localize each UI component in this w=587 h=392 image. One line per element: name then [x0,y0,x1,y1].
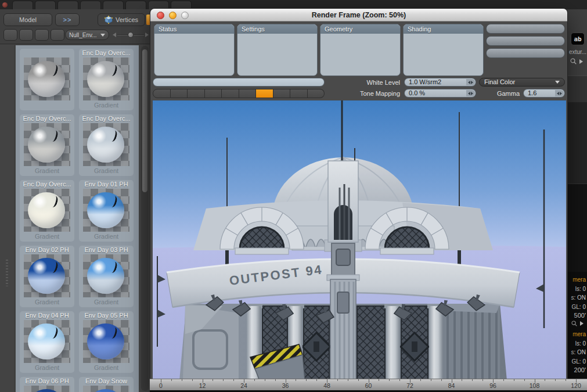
material-item[interactable]: Enc Day Overc... Gradient [79,49,134,110]
ruler-tick [431,379,431,381]
gamma-label: Gamma [474,90,520,97]
material-item[interactable]: Enc Day Overc... Gradient [79,114,134,176]
ab-preset-icon[interactable]: ab [571,33,585,45]
material-item[interactable]: Env Day 05 PH Gradient [79,311,134,373]
model-mode-button[interactable]: Model [3,13,52,26]
material-sphere-preview [28,61,65,97]
app-tab[interactable] [57,1,78,9]
material-item[interactable]: (parent) [20,49,74,110]
timeline-ruler[interactable]: 01224364860728496108120 [150,379,587,392]
right-panel-strip: ab extur... mera ls: 0 s: ON GL: 0 500' … [568,9,587,392]
tone-mapping-field[interactable]: 0.0 % [404,89,476,98]
nav-button[interactable] [3,29,17,41]
app-tab[interactable] [35,1,56,9]
window-action-button[interactable] [486,36,565,46]
white-level-label: White Level [325,79,400,86]
mini-slider-icon[interactable] [466,79,475,85]
nav-button[interactable] [19,29,33,41]
frame-slot[interactable] [308,89,325,98]
frame-slot[interactable] [153,89,171,98]
render-viewport[interactable]: OUTPOST 94 [153,100,566,380]
material-item[interactable]: Env Day 03 PH Gradient [79,246,134,307]
hud-search-row[interactable] [571,321,584,326]
ruler-tick [482,379,483,381]
ruler-label: 84 [448,382,455,389]
frame-slot[interactable] [171,89,188,98]
ruler-tick [472,379,473,381]
white-level-field[interactable]: 1.0 W/srm2 [404,78,476,87]
nav-button[interactable] [51,29,64,41]
ruler-tick [462,379,462,381]
viewport-hud-2: mera ls: 0 s: ON GL: 0 200' [568,330,586,375]
preview-size-slider[interactable] [114,33,147,37]
stats-panel: Status [154,24,235,76]
vertices-mode-button[interactable]: Vertices [98,13,145,26]
material-item[interactable]: Env Day 06 PH Gradient [20,377,74,392]
expand-button[interactable]: >> [55,13,80,26]
mini-slider-icon[interactable] [466,90,475,96]
sidebar-grip-handle[interactable] [6,260,8,286]
material-item[interactable]: Enc Day Overc... Gradient [20,180,74,242]
frame-slot[interactable] [273,89,291,98]
window-title: Render Frame (Zoom: 50%) [150,11,567,19]
material-item-label: Enc Day Overc... [23,114,71,123]
material-thumbnail [24,123,70,166]
frame-slot[interactable] [290,89,308,98]
chevron-down-icon [100,34,105,37]
window-titlebar[interactable]: Render Frame (Zoom: 50%) [150,9,567,21]
sidebar-scrollbar[interactable] [141,46,149,391]
right-strip-mid [568,75,587,102]
frame-slot[interactable] [188,89,205,98]
material-item-label: Enc Day Overc... [82,114,130,123]
ruler-label: 60 [365,382,372,389]
search-row[interactable] [570,58,583,64]
app-tab[interactable] [103,1,124,9]
material-item-label: Env Day Snow [85,377,127,386]
stats-panel-header: Geometry [320,24,400,34]
hud-line: ls: 0 [568,339,586,348]
tone-mapping-label: Tone Mapping [325,90,400,97]
material-sphere-preview [87,323,124,359]
material-thumbnail [24,254,70,297]
material-item[interactable]: Env Day 01 PH Gradient [79,180,134,242]
window-action-button[interactable] [486,48,565,58]
ruler-tick [524,379,525,381]
app-menu-dot[interactable] [2,2,8,8]
material-thumbnail [83,254,129,297]
environment-dropdown-value: Null_Env... [69,32,97,38]
sidebar-scrollbar-thumb[interactable] [142,49,147,192]
app-tab[interactable] [12,1,33,9]
stats-panel-header: Shading [404,24,483,34]
frame-slot[interactable] [222,89,239,98]
timeline-ruler-scale[interactable]: 01224364860728496108120 [150,379,587,390]
frame-slot[interactable] [205,89,222,98]
ruler-tick [348,379,348,381]
material-item[interactable]: Enc Day Overc... Gradient [20,114,74,176]
window-action-button[interactable] [486,24,565,34]
material-item-label: Enc Day Overc... [82,49,130,57]
render-progress-bar [153,78,325,87]
material-item[interactable]: Env Day 02 PH Gradient [20,246,74,307]
material-thumbnail [24,320,70,363]
output-mode-dropdown[interactable]: Final Color [479,78,565,87]
material-item-label: Env Day 03 PH [84,246,128,254]
environment-dropdown[interactable]: Null_Env... [65,30,109,40]
mini-slider-icon[interactable] [555,90,564,96]
nav-button[interactable] [35,29,49,41]
frame-slot[interactable] [256,89,273,98]
gamma-field[interactable]: 1.6 [523,89,565,98]
app-tab[interactable] [125,1,146,9]
frame-slot[interactable] [239,89,257,98]
material-item[interactable]: Env Day Snow Gradient [79,377,134,392]
hud-distance: 500' [568,311,586,321]
ruler-tick [171,379,172,381]
ruler-tick [275,379,276,381]
right-strip-viewport-edge [568,184,587,272]
material-item[interactable]: Env Day 04 PH Gradient [20,311,74,373]
ruler-tick [389,379,390,381]
app-tab[interactable] [80,1,101,9]
slider-max-icon [145,33,149,37]
material-sphere-preview [28,389,65,392]
slider-knob[interactable] [128,32,134,38]
material-thumbnail [24,57,70,100]
